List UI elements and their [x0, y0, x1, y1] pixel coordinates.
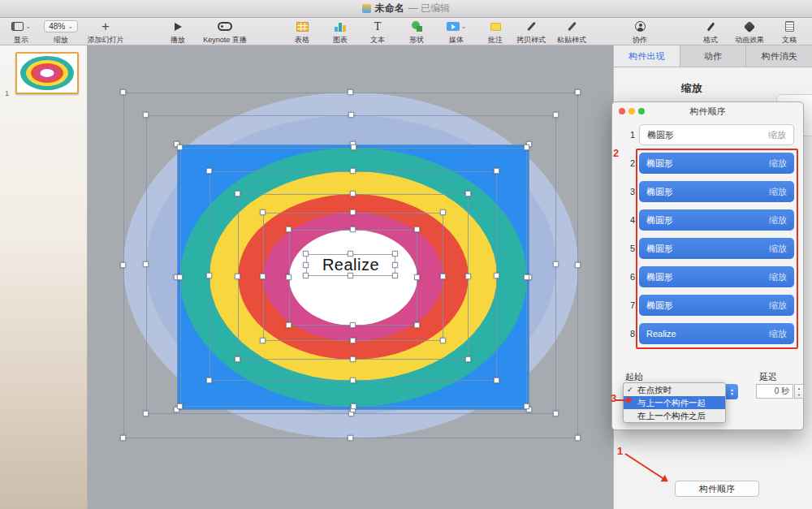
selection-handle[interactable] [235, 191, 240, 196]
selection-handle[interactable] [414, 226, 420, 232]
selection-handle[interactable] [143, 261, 149, 267]
selection-handle[interactable] [235, 356, 240, 362]
slide-thumbnail[interactable] [15, 52, 79, 94]
menu-item[interactable]: 与上一个构件一起 [624, 396, 725, 409]
text-button[interactable]: T 文本 [361, 20, 395, 45]
zoom-value[interactable]: 48%⌄ [44, 20, 78, 32]
selection-handle[interactable] [524, 274, 529, 280]
selection-handle[interactable] [440, 209, 446, 215]
build-order-row[interactable]: 2椭圆形缩放 [612, 153, 803, 174]
build-order-row[interactable]: 1椭圆形缩放 [612, 124, 803, 145]
selection-handle[interactable] [348, 273, 353, 278]
tab-action[interactable]: 动作 [680, 45, 747, 67]
selection-handle[interactable] [351, 145, 356, 150]
copy-style-button[interactable]: 拷贝样式 [512, 20, 551, 45]
selection-handle[interactable] [206, 377, 212, 383]
selection-handle[interactable] [286, 322, 292, 328]
selection-handle[interactable] [143, 112, 149, 118]
selection-handle[interactable] [120, 435, 126, 441]
selection-handle[interactable] [575, 435, 581, 441]
selection-handle[interactable] [440, 338, 446, 343]
build-item-pill[interactable]: 椭圆形缩放 [639, 209, 794, 231]
selection-handle[interactable] [143, 411, 149, 416]
table-button[interactable]: 表格 [284, 20, 320, 45]
selection-handle[interactable] [494, 168, 499, 174]
play-button[interactable]: 播放 [159, 20, 197, 45]
slide-canvas[interactable]: Realize [88, 45, 613, 509]
selection-handle[interactable] [351, 403, 356, 409]
build-item-pill[interactable]: 椭圆形缩放 [639, 153, 794, 174]
selection-handle[interactable] [494, 377, 499, 383]
selection-handle[interactable] [575, 89, 581, 95]
selection-handle[interactable] [350, 168, 356, 174]
selection-handle[interactable] [524, 403, 529, 409]
selection-handle[interactable] [177, 145, 183, 150]
selection-handle[interactable] [350, 322, 356, 328]
zoom-button[interactable]: 48%⌄ 缩放 [41, 20, 81, 45]
selection-handle[interactable] [348, 89, 353, 95]
build-item-pill[interactable]: 椭圆形缩放 [639, 295, 794, 316]
build-item-pill[interactable]: Realize缩放 [639, 323, 794, 344]
selection-handle[interactable] [350, 338, 356, 343]
view-button[interactable]: ⌄ 显示 [5, 20, 37, 45]
selection-handle[interactable] [575, 262, 581, 268]
build-item-pill[interactable]: 椭圆形缩放 [639, 238, 794, 259]
build-item-pill[interactable]: 椭圆形缩放 [639, 124, 794, 145]
add-slide-button[interactable]: + 添加幻灯片 [84, 20, 127, 45]
tab-build-out[interactable]: 构件消失 [746, 45, 812, 67]
selection-handle[interactable] [348, 435, 353, 441]
selection-handle[interactable] [392, 262, 398, 268]
selection-handle[interactable] [235, 274, 240, 279]
build-order-row[interactable]: 3椭圆形缩放 [612, 181, 803, 202]
media-button[interactable]: ⌄ 媒体 [437, 20, 476, 45]
build-item-pill[interactable]: 椭圆形缩放 [639, 181, 794, 202]
build-order-button[interactable]: 构件顺序 [675, 481, 759, 497]
collaborate-button[interactable]: 协作 [620, 20, 659, 45]
start-dropdown-fragment[interactable]: ▲ ▼ [726, 384, 738, 399]
selection-handle[interactable] [206, 168, 212, 174]
selection-handle[interactable] [553, 261, 559, 267]
format-button[interactable]: 格式 [693, 20, 728, 45]
selection-handle[interactable] [350, 191, 356, 196]
selection-handle[interactable] [524, 145, 529, 150]
selection-handle[interactable] [120, 262, 126, 268]
minimize-icon[interactable] [628, 108, 635, 114]
delay-input[interactable]: 0 秒 [756, 384, 793, 399]
selection-handle[interactable] [177, 403, 183, 409]
selection-handle[interactable] [440, 274, 446, 279]
selection-handle[interactable] [303, 262, 309, 268]
selection-handle[interactable] [120, 89, 126, 95]
selection-handle[interactable] [553, 112, 559, 118]
selection-handle[interactable] [350, 356, 356, 362]
selection-handle[interactable] [350, 209, 356, 215]
paste-style-button[interactable]: 粘贴样式 [552, 20, 591, 45]
selection-handle[interactable] [260, 274, 266, 279]
selection-handle[interactable] [286, 274, 292, 280]
chart-button[interactable]: 图表 [323, 20, 357, 45]
menu-item[interactable]: ✓在点按时 [624, 383, 725, 396]
delay-stepper[interactable]: ▲ ▼ [794, 384, 804, 399]
selection-handle[interactable] [260, 209, 266, 215]
selection-handle[interactable] [465, 274, 471, 279]
selection-handle[interactable] [392, 273, 398, 278]
close-icon[interactable] [619, 108, 625, 114]
selection-handle[interactable] [286, 226, 292, 232]
selection-handle[interactable] [465, 356, 471, 362]
selection-handle[interactable] [465, 191, 471, 196]
selection-handle[interactable] [206, 273, 212, 278]
selection-handle[interactable] [303, 251, 309, 257]
selection-handle[interactable] [348, 112, 354, 118]
document-button[interactable]: 文稿 [771, 20, 807, 45]
build-order-row[interactable]: 7椭圆形缩放 [612, 295, 803, 316]
selection-handle[interactable] [414, 274, 420, 280]
selection-handle[interactable] [350, 226, 356, 232]
selection-handle[interactable] [494, 273, 499, 278]
build-order-row[interactable]: 8Realize缩放 [612, 323, 803, 344]
build-order-row[interactable]: 4椭圆形缩放 [612, 209, 803, 231]
selection-handle[interactable] [348, 251, 353, 257]
animate-button[interactable]: 动画效果 [728, 20, 771, 45]
selection-handle[interactable] [350, 377, 356, 383]
selection-handle[interactable] [553, 411, 559, 416]
selection-handle[interactable] [392, 251, 398, 257]
comment-button[interactable]: 批注 [479, 20, 512, 45]
